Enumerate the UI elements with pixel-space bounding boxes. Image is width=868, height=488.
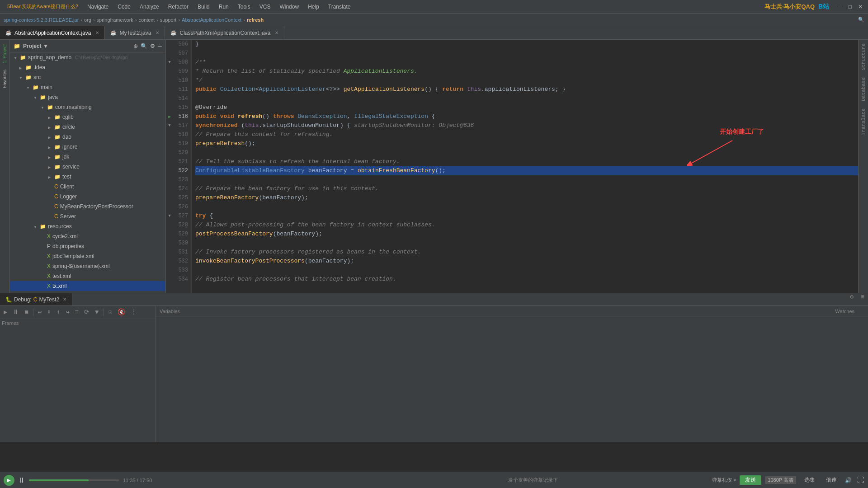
tree-testxml[interactable]: X test.xml bbox=[10, 271, 165, 281]
menu-item-help[interactable]: Help bbox=[304, 3, 323, 11]
resolution-badge[interactable]: 1080P 高清 bbox=[765, 476, 796, 484]
tree-resources[interactable]: 📁 resources bbox=[10, 221, 165, 231]
tree-test-main[interactable]: 📁 test bbox=[10, 291, 165, 293]
progress-bar[interactable] bbox=[29, 479, 119, 481]
tree-test-folder[interactable]: 📁 test bbox=[10, 172, 165, 182]
sidebar-action-search[interactable]: 🔍 bbox=[141, 43, 147, 49]
debug-pause[interactable]: ⏸ bbox=[11, 308, 21, 317]
tree-client-label: Client bbox=[60, 183, 74, 190]
menu-item-vcs[interactable]: VCS bbox=[256, 3, 274, 11]
debug-rerun[interactable]: ⟳ bbox=[82, 307, 91, 317]
gutter-cell-506 bbox=[166, 40, 173, 49]
line-num-530: 530 bbox=[175, 239, 188, 248]
tree-service[interactable]: 📁 service bbox=[10, 162, 165, 172]
debug-more[interactable]: ▼ bbox=[93, 308, 100, 317]
tree-jdk[interactable]: 📁 jdk bbox=[10, 152, 165, 162]
tree-db[interactable]: P db.properties bbox=[10, 241, 165, 251]
tree-tx[interactable]: X tx.xml bbox=[10, 281, 165, 291]
tab-close-icon[interactable]: ✕ bbox=[95, 30, 99, 35]
debug-resume[interactable]: ▶ bbox=[2, 307, 9, 317]
menu-item-navigate[interactable]: Navigate bbox=[84, 3, 112, 11]
rpanel-translate[interactable]: Translate bbox=[860, 107, 867, 137]
code-content[interactable]: ▼ ▶ ▼ ▼ bbox=[166, 40, 868, 293]
menu-item-build[interactable]: Build bbox=[194, 3, 213, 11]
vtab-project[interactable]: 1: Project bbox=[1, 42, 8, 66]
debug-stop[interactable]: ■ bbox=[23, 308, 30, 317]
breadcrumb-org[interactable]: org bbox=[84, 17, 91, 23]
tree-mybeanfactory[interactable]: C MyBeanFactoryPostProcessor bbox=[10, 202, 165, 211]
tree-jdbc[interactable]: X jdbcTemplate.xml bbox=[10, 251, 165, 261]
rpanel-database[interactable]: Database bbox=[860, 75, 867, 103]
code-lines[interactable]: } /** * Return the list of statically sp… bbox=[192, 40, 858, 293]
debug-float-icon[interactable]: ⊞ bbox=[857, 293, 868, 305]
vtab-favorites[interactable]: Favorites bbox=[1, 67, 8, 91]
breadcrumb-context[interactable]: context bbox=[139, 17, 155, 23]
tree-cycle2[interactable]: X cycle2.xml bbox=[10, 231, 165, 241]
breadcrumb-method[interactable]: refresh bbox=[247, 17, 264, 23]
debug-stepinto[interactable]: ⬇ bbox=[45, 307, 52, 317]
sidebar-action-minus[interactable]: ─ bbox=[158, 43, 162, 49]
tree-src[interactable]: 📁 src bbox=[10, 72, 165, 82]
tree-com-mashibing[interactable]: 📁 com.mashibing bbox=[10, 102, 165, 112]
tree-cglib[interactable]: 📁 cglib bbox=[10, 112, 165, 122]
window-controls[interactable]: ─ □ ✕ bbox=[836, 4, 864, 10]
pause-icon[interactable]: ⏸ bbox=[18, 476, 25, 484]
tree-circle[interactable]: 📁 circle bbox=[10, 122, 165, 132]
tree-java[interactable]: 📁 java bbox=[10, 92, 165, 102]
debug-stepover[interactable]: ↩ bbox=[36, 307, 43, 317]
breadcrumb-jar[interactable]: spring-context-5.2.3.RELEASE.jar bbox=[4, 17, 79, 23]
menu-item-window[interactable]: Window bbox=[276, 3, 302, 11]
debug-tab-close[interactable]: ✕ bbox=[63, 297, 66, 302]
menu-item-refactor[interactable]: Refactor bbox=[165, 3, 192, 11]
debug-settings-icon[interactable]: ⚙ bbox=[846, 293, 857, 305]
tab-classpathxml[interactable]: ☕ ClassPathXmlApplicationContext.java ✕ bbox=[165, 26, 284, 39]
breadcrumb-support[interactable]: support bbox=[160, 17, 177, 23]
menu-item-tools[interactable]: Tools bbox=[234, 3, 254, 11]
tree-spring-username[interactable]: X spring-${username}.xml bbox=[10, 261, 165, 271]
line-num-528: 528 bbox=[175, 221, 188, 230]
tree-db-label: db.properties bbox=[52, 243, 84, 249]
folder-main-icon: 📁 bbox=[33, 84, 39, 90]
tree-client[interactable]: C Client bbox=[10, 182, 165, 192]
rpanel-structure[interactable]: Structure bbox=[860, 42, 867, 72]
speed-btn[interactable]: 倍速 bbox=[823, 475, 840, 485]
gutter-cell-520 bbox=[166, 148, 173, 157]
sidebar-action-new[interactable]: ⊕ bbox=[133, 43, 138, 49]
tree-server[interactable]: C Server bbox=[10, 211, 165, 221]
search-icon[interactable]: 🔍 bbox=[858, 17, 864, 23]
debug-evaluate[interactable]: ≡ bbox=[73, 308, 80, 317]
tree-logger[interactable]: C Logger bbox=[10, 192, 165, 202]
tab-close-icon-3[interactable]: ✕ bbox=[275, 30, 278, 35]
debug-stepout[interactable]: ⬆ bbox=[55, 307, 62, 317]
fullscreen-icon[interactable]: ⛶ bbox=[857, 476, 864, 484]
tab-close-icon-2[interactable]: ✕ bbox=[156, 30, 159, 35]
sidebar-action-gear[interactable]: ⚙ bbox=[150, 43, 155, 49]
line-num-516: 516 bbox=[175, 112, 188, 121]
line-num-519: 519 bbox=[175, 139, 188, 148]
tree-root[interactable]: 📁 spring_aop_demo C:\Users\p\c:\Desktop\… bbox=[10, 52, 165, 62]
left-vtabs: 1: Project Favorites bbox=[0, 40, 10, 293]
danmaku-count[interactable]: 弹幕礼仪 > bbox=[712, 477, 736, 483]
menu-item-run[interactable]: Run bbox=[215, 3, 232, 11]
menu-item-translate[interactable]: Translate bbox=[325, 3, 354, 11]
selection-btn[interactable]: 选集 bbox=[802, 475, 818, 485]
tree-ignore[interactable]: 📁 ignore bbox=[10, 142, 165, 152]
breadcrumb-springframework[interactable]: springframework bbox=[97, 17, 133, 23]
tree-main[interactable]: 📁 main bbox=[10, 82, 165, 92]
debug-more2[interactable]: ⋮ bbox=[129, 307, 139, 317]
debug-tab-main[interactable]: 🐛 Debug: C MyTest2 ✕ bbox=[0, 293, 72, 305]
menu-item-code[interactable]: Code bbox=[114, 3, 134, 11]
tree-idea[interactable]: 📁 .idea bbox=[10, 62, 165, 72]
breadcrumb-class[interactable]: AbstractApplicationContext bbox=[182, 17, 241, 23]
menu-item-analyze[interactable]: Analyze bbox=[136, 3, 163, 11]
menu-item-title[interactable]: 5Bean实现的Aware接口是什么? bbox=[4, 2, 82, 11]
send-button[interactable]: 发送 bbox=[740, 475, 761, 485]
debug-mute[interactable]: 🔇 bbox=[116, 307, 127, 317]
debug-breakpoints[interactable]: ☉ bbox=[106, 307, 113, 317]
tree-dao[interactable]: 📁 dao bbox=[10, 132, 165, 142]
debug-runtopoint[interactable]: ↪ bbox=[64, 307, 71, 317]
volume-icon[interactable]: 🔊 bbox=[845, 477, 852, 483]
tab-abstract-application-context[interactable]: ☕ AbstractApplicationContext.java ✕ bbox=[0, 26, 105, 39]
tab-mytest2[interactable]: ☕ MyTest2.java ✕ bbox=[105, 26, 165, 39]
play-button[interactable]: ▶ bbox=[4, 475, 14, 486]
